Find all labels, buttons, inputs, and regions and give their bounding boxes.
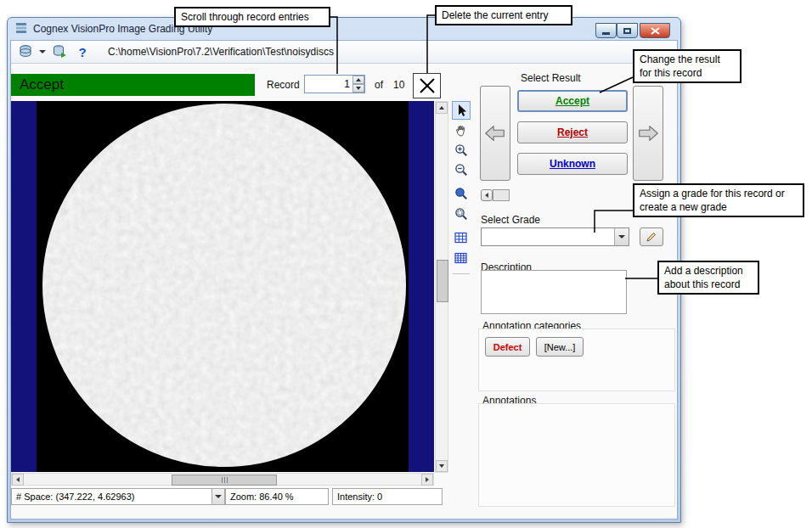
vertical-scrollbar[interactable]	[435, 101, 448, 473]
image-display[interactable]	[11, 101, 434, 472]
magnifier-filled-icon	[454, 187, 468, 200]
down-arrow-icon	[356, 87, 361, 90]
export-database-button[interactable]	[50, 42, 69, 61]
edit-grade-button[interactable]	[640, 227, 663, 246]
annotations-list[interactable]	[478, 403, 675, 507]
intensity-status: Intensity: 0	[332, 488, 443, 505]
down-arrow-icon	[439, 464, 444, 468]
help-button[interactable]: ?	[73, 42, 92, 61]
maximize-icon	[623, 28, 631, 34]
result-banner: Accept	[11, 74, 255, 96]
grade-combobox[interactable]	[481, 227, 629, 246]
thumb-grip	[224, 477, 225, 483]
unknown-button[interactable]: Unknown	[517, 153, 628, 175]
zoom-window-tool-button[interactable]	[452, 205, 471, 223]
magnifier-plus-icon	[454, 143, 468, 157]
chevron-down-icon	[215, 495, 222, 498]
zoom-fit-tool-button[interactable]	[452, 184, 471, 203]
of-label: of	[375, 79, 383, 91]
left-arrow-icon	[16, 477, 20, 482]
magnifier-region-icon	[454, 207, 468, 221]
grid-tool-button[interactable]	[452, 228, 471, 247]
toolbar: ? C:\home\VisionPro\7.2\Verification\Tes…	[11, 41, 677, 64]
zoom-status: Zoom: 86.40 %	[225, 488, 329, 505]
space-status-text: # Space: (347.222, 4.62963)	[16, 491, 134, 502]
close-icon	[651, 27, 660, 35]
record-spin-up[interactable]	[352, 76, 364, 84]
app-window: Cognex VisionPro Image Grading Utility	[7, 17, 681, 523]
callout-assign-grade: Assign a grade for this record or create…	[633, 183, 804, 217]
pencil-icon	[645, 230, 658, 244]
result-scroll-thumb[interactable]	[493, 189, 510, 201]
record-spinner	[304, 75, 365, 93]
pointer-tool-button[interactable]	[452, 101, 471, 120]
record-input[interactable]	[306, 76, 352, 92]
select-result-label: Select Result	[521, 72, 581, 84]
thumb-grip	[222, 477, 223, 483]
chevron-down-icon	[618, 235, 625, 239]
records-dropdown-icon[interactable]	[39, 50, 46, 53]
record-total: 10	[393, 79, 404, 91]
zoom-in-tool-button[interactable]	[452, 141, 471, 160]
right-block-arrow-icon	[636, 121, 660, 146]
minimize-icon	[602, 32, 610, 35]
up-arrow-icon	[439, 106, 444, 110]
database-export-icon	[52, 44, 67, 59]
up-arrow-icon	[356, 78, 361, 81]
scroll-left-button[interactable]	[12, 474, 24, 486]
close-button[interactable]	[640, 23, 670, 38]
pan-tool-button[interactable]	[452, 121, 471, 140]
select-grade-label: Select Grade	[481, 214, 540, 226]
reject-button[interactable]: Reject	[517, 121, 628, 143]
right-arrow-icon	[426, 477, 429, 482]
grade-dropdown-button[interactable]	[614, 228, 629, 245]
record-spin-buttons	[352, 76, 364, 93]
blue-grid-fine-icon	[454, 252, 468, 265]
tool-separator	[453, 273, 470, 274]
blue-grid-icon	[454, 232, 468, 244]
callout-change-result: Change the result for this record	[633, 49, 742, 83]
help-icon: ?	[78, 45, 86, 59]
space-dropdown-button[interactable]	[211, 489, 224, 504]
scroll-down-button[interactable]	[436, 460, 448, 472]
minimize-button[interactable]	[595, 23, 617, 38]
thumb-grip	[227, 477, 228, 483]
record-spin-down[interactable]	[352, 84, 364, 93]
record-label: Record	[267, 79, 300, 91]
page: Cognex VisionPro Image Grading Utility	[0, 0, 812, 528]
new-category-button[interactable]: [New...]	[536, 337, 584, 357]
space-status: # Space: (347.222, 4.62963)	[11, 488, 225, 505]
x-mark-icon	[418, 76, 437, 95]
app-icon	[15, 22, 27, 37]
magnifier-minus-icon	[454, 163, 468, 177]
delete-record-button[interactable]	[413, 73, 441, 98]
records-database-button[interactable]	[16, 42, 35, 61]
callout-scroll-records: Scroll through record entries	[174, 7, 330, 27]
title-bar: Cognex VisionPro Image Grading Utility	[8, 18, 680, 40]
defect-category-button[interactable]: Defect	[485, 337, 530, 357]
callout-delete-entry: Delete the current entry	[435, 5, 572, 25]
arrow-cursor-icon	[454, 104, 468, 117]
left-block-arrow-icon	[483, 121, 507, 146]
maximize-button[interactable]	[617, 23, 638, 38]
result-scroll-left-button[interactable]	[481, 189, 493, 201]
scroll-up-button[interactable]	[436, 102, 448, 114]
grid-fine-tool-button[interactable]	[452, 249, 471, 267]
horizontal-scrollbar[interactable]	[11, 473, 434, 486]
accept-button[interactable]: Accept	[517, 90, 628, 112]
horizontal-scrollbar-thumb[interactable]	[172, 475, 277, 486]
database-icon	[18, 44, 33, 59]
left-arrow-icon	[485, 193, 488, 198]
file-path: C:\home\VisionPro\7.2\Verification\Test\…	[108, 46, 334, 58]
previous-record-button[interactable]	[480, 86, 510, 181]
zoom-out-tool-button[interactable]	[452, 160, 471, 179]
hand-icon	[454, 124, 468, 138]
vertical-scrollbar-thumb[interactable]	[437, 260, 448, 302]
description-input[interactable]	[481, 270, 627, 314]
scroll-right-button[interactable]	[421, 474, 433, 486]
callout-add-description: Add a description about this record	[657, 261, 759, 295]
next-record-button[interactable]	[633, 86, 663, 181]
